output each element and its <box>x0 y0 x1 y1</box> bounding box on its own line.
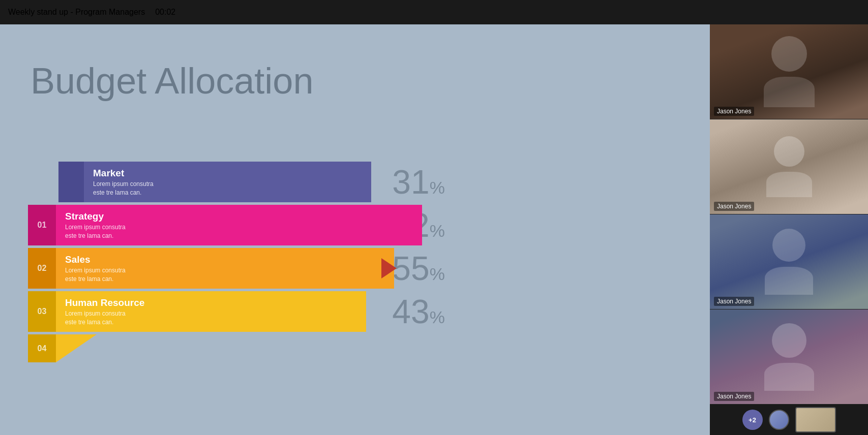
row04-number-block: 04 <box>28 334 56 362</box>
sales-percentage: 55% <box>392 249 445 288</box>
hr-bar: Human Resource Lorem ipsum consutra este… <box>56 291 366 332</box>
sales-number-block: 02 <box>28 248 56 289</box>
strategy-desc1: Lorem ipsum consutra <box>65 224 422 231</box>
sales-desc1: Lorem ipsum consutra <box>65 267 394 274</box>
side-bottom-bar: +2 <box>710 405 868 435</box>
strategy-number-block: 01 <box>28 205 56 245</box>
sales-arrow-indicator <box>381 258 397 278</box>
market-percentage: 31% <box>392 163 445 201</box>
sales-desc2: este tre lama can. <box>65 275 394 283</box>
sales-bar: Sales Lorem ipsum consutra este tre lama… <box>56 248 394 289</box>
participant-name-2: Jason Jones <box>714 202 754 211</box>
meeting-title: Weekly stand up - Program Managers <box>8 8 145 17</box>
chart-row-sales: 02 Sales Lorem ipsum consutra este tre l… <box>28 248 470 289</box>
budget-chart: Market Lorem ipsum consutra este tre lam… <box>28 162 470 362</box>
market-label: Market <box>93 168 371 179</box>
hr-tail <box>56 334 117 362</box>
avatar-2[interactable] <box>795 407 836 432</box>
participant-tile-2[interactable]: Jason Jones <box>710 119 868 214</box>
hr-desc1: Lorem ipsum consutra <box>65 310 366 317</box>
market-desc1: Lorem ipsum consutra <box>93 180 371 188</box>
participant-name-4: Jason Jones <box>714 392 754 401</box>
participant-tile-1[interactable]: Jason Jones <box>710 24 868 119</box>
participant-name-3: Jason Jones <box>714 297 754 306</box>
hr-number-block: 03 <box>28 291 56 332</box>
strategy-bar: Strategy Lorem ipsum consutra este tre l… <box>56 205 422 245</box>
market-desc2: este tre lama can. <box>93 189 371 196</box>
slide-area: Budget Allocation Market Lorem ipsum con… <box>0 24 710 435</box>
chart-row-hr: 03 Human Resource Lorem ipsum consutra e… <box>28 291 470 332</box>
hr-desc2: este tre lama can. <box>65 319 366 326</box>
hr-percentage: 43% <box>392 292 445 331</box>
chart-row-market: Market Lorem ipsum consutra este tre lam… <box>28 162 470 202</box>
main-area: Budget Allocation Market Lorem ipsum con… <box>0 24 868 435</box>
sales-label: Sales <box>65 254 394 265</box>
market-bar: Market Lorem ipsum consutra este tre lam… <box>84 162 371 202</box>
meeting-timer: 00:02 <box>155 8 175 17</box>
participant-tile-4[interactable]: Jason Jones <box>710 309 868 405</box>
slide-content: Budget Allocation Market Lorem ipsum con… <box>0 24 710 435</box>
chart-row-strategy: 01 Strategy Lorem ipsum consutra este tr… <box>28 205 470 245</box>
more-participants-badge[interactable]: +2 <box>742 410 763 430</box>
strategy-label: Strategy <box>65 211 422 222</box>
participant-tile-3[interactable]: Jason Jones <box>710 214 868 309</box>
avatar-1[interactable] <box>769 410 789 430</box>
participant-name-1: Jason Jones <box>714 107 754 116</box>
slide-title: Budget Allocation <box>31 60 679 102</box>
chart-row-04: 04 <box>28 334 470 362</box>
market-number-block <box>58 162 84 202</box>
hr-label: Human Resource <box>65 297 366 308</box>
strategy-desc2: este tre lama can. <box>65 232 422 239</box>
side-panel: Jason Jones Jason Jones Jason Jones Ja <box>710 24 868 435</box>
topbar: Weekly stand up - Program Managers 00:02 <box>0 0 868 24</box>
